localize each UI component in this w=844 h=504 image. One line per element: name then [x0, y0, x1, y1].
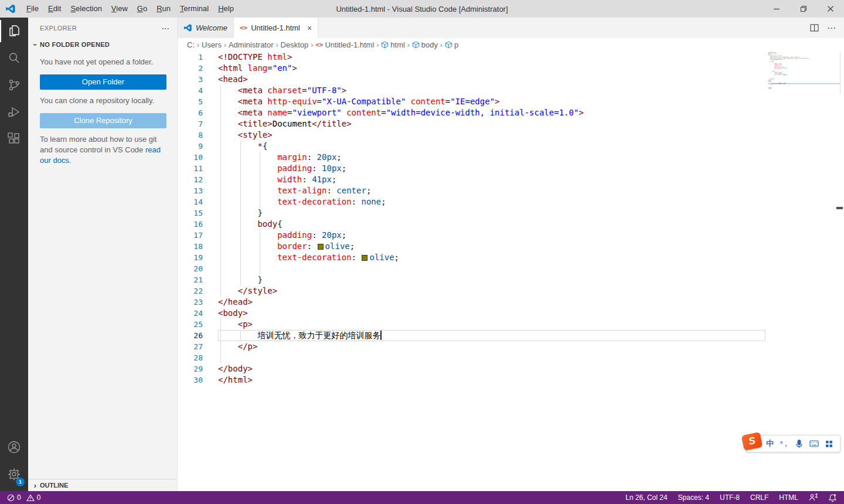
code-line[interactable]: 18 border: olive; [178, 241, 844, 252]
code-editor[interactable]: 1<!DOCTYPE html>2<html lang="en">3<head>… [178, 52, 844, 491]
code-line[interactable]: 30</html> [178, 374, 844, 386]
menu-item-go[interactable]: Go [132, 0, 152, 18]
code-line[interactable]: 28 [178, 352, 844, 363]
more-actions-icon[interactable]: ⋯ [827, 23, 836, 33]
code-line[interactable]: 20 [178, 263, 844, 274]
code-token [218, 164, 277, 173]
code-line[interactable]: 19 text-decoration: olive; [178, 252, 844, 263]
code-line[interactable]: 23</head> [178, 297, 844, 308]
warning-icon [26, 494, 35, 502]
section-no-folder-opened[interactable]: › NO FOLDER OPENED [28, 38, 177, 51]
menu-item-run[interactable]: Run [152, 0, 175, 18]
sidebar-item-source-control[interactable] [0, 71, 28, 98]
code-line[interactable]: 11 padding: 10px; [178, 163, 844, 174]
code-line[interactable]: 27 </p> [178, 341, 844, 352]
menu-item-file[interactable]: File [22, 0, 43, 18]
status-eol[interactable]: CRLF [745, 491, 774, 504]
code-line[interactable]: 7 <title>Document</title> [178, 118, 844, 130]
breadcrumb-item-administrator[interactable]: Administrator [229, 40, 274, 49]
code-line[interactable]: 8 <style> [178, 130, 844, 141]
code-line[interactable]: 25 <p> [178, 319, 844, 330]
feedback-button[interactable] [804, 491, 823, 504]
menu-item-selection[interactable]: Selection [66, 0, 106, 18]
code-token: </style> [238, 286, 277, 295]
status-language-mode[interactable]: HTML [774, 491, 804, 504]
breadcrumb-item-c-[interactable]: C: [187, 40, 195, 49]
code-line[interactable]: 2<html lang="en"> [178, 63, 844, 74]
line-number: 22 [178, 285, 203, 297]
menu-item-help[interactable]: Help [213, 0, 239, 18]
extensions-icon [6, 131, 22, 147]
code-token: <p> [238, 319, 253, 329]
status-cursor-position[interactable]: Ln 26, Col 24 [620, 491, 672, 504]
breadcrumb-item-body[interactable]: body [412, 40, 438, 49]
code-line[interactable]: 5 <meta http-equiv="X-UA-Compatible" con… [178, 96, 844, 107]
notifications-button[interactable] [823, 491, 844, 504]
code-token: ; [332, 175, 336, 184]
code-line[interactable]: 22 </style> [178, 285, 844, 297]
status-indentation[interactable]: Spaces: 4 [673, 491, 714, 504]
sidebar-item-run-and-debug[interactable] [0, 98, 28, 125]
ime-punctuation-button[interactable]: °， [780, 440, 789, 448]
sidebar-item-extensions[interactable] [0, 125, 28, 152]
views-and-more-actions-button[interactable]: ⋯ [162, 23, 170, 33]
tab-welcome[interactable]: Welcome [178, 18, 234, 38]
sogou-logo-icon[interactable]: S [741, 432, 763, 451]
open-folder-button[interactable]: Open Folder [40, 74, 166, 90]
code-token: </html> [218, 375, 253, 384]
sidebar-panel-title: EXPLORER [40, 25, 77, 32]
status-encoding[interactable]: UTF-8 [714, 491, 745, 504]
breadcrumb-item-untitled-1-html[interactable]: <>Untitled-1.html [315, 40, 374, 49]
close-icon[interactable] [817, 0, 844, 18]
code-token: 20px [317, 152, 337, 162]
code-token: ; [366, 186, 371, 195]
breadcrumb-item-p[interactable]: p [445, 40, 458, 49]
code-line[interactable]: 29</body> [178, 363, 844, 374]
code-line[interactable]: 16 body{ [178, 219, 844, 230]
ime-toolbox-button[interactable] [825, 440, 833, 448]
breadcrumb-item-html[interactable]: html [381, 40, 405, 49]
restore-icon[interactable] [790, 0, 817, 18]
menu-item-terminal[interactable]: Terminal [175, 0, 213, 18]
indent-guide [220, 107, 221, 118]
sidebar-item-search[interactable] [0, 45, 28, 71]
code-line[interactable]: 3<head> [178, 74, 844, 85]
code-line[interactable]: 21 } [178, 274, 844, 285]
minimap[interactable]: <!DOCTYPE html><html lang="en"><head> <m… [768, 52, 840, 94]
ime-voice-button[interactable] [795, 440, 803, 448]
run-debug-icon [6, 104, 22, 120]
accounts-button[interactable] [0, 434, 28, 461]
breadcrumb-item-desktop[interactable]: Desktop [281, 40, 309, 49]
code-line[interactable]: 14 text-decoration: none; [178, 196, 844, 207]
split-editor-icon[interactable] [810, 24, 819, 32]
tab-untitled-1-html[interactable]: <>Untitled-1.html× [234, 18, 318, 38]
clone-repository-button[interactable]: Clone Repository [40, 113, 166, 128]
code-line[interactable]: 13 text-align: center; [178, 185, 844, 196]
code-line[interactable]: 10 margin: 20px; [178, 152, 844, 163]
close-tab-icon[interactable]: × [307, 23, 312, 33]
code-line[interactable]: 4 <meta charset="UTF-8"> [178, 85, 844, 96]
menu-item-edit[interactable]: Edit [43, 0, 66, 18]
code-token: = [302, 86, 307, 95]
ime-keyboard-button[interactable] [809, 440, 819, 447]
code-line[interactable]: 1<!DOCTYPE html> [178, 52, 844, 63]
breadcrumb-item-users[interactable]: Users [202, 40, 222, 49]
ime-language-mode-button[interactable]: 中 [766, 438, 774, 449]
code-line[interactable]: 26 培训无忧，致力于更好的培训服务 [178, 330, 844, 341]
code-line[interactable]: 15 } [178, 207, 844, 219]
code-line[interactable]: 24<body> [178, 308, 844, 319]
menu-bar: FileEditSelectionViewGoRunTerminalHelp [22, 0, 239, 18]
sidebar-item-explorer[interactable] [0, 18, 28, 45]
code-line[interactable]: 12 width: 41px; [178, 174, 844, 185]
code-line[interactable]: 6 <meta name="viewport" content="width=d… [178, 107, 844, 118]
code-token: : [312, 164, 322, 173]
menu-item-view[interactable]: View [107, 0, 132, 18]
settings-button[interactable]: 1 [0, 461, 28, 488]
code-line[interactable]: 9 *{ [178, 141, 844, 152]
minimize-icon[interactable] [763, 0, 790, 18]
code-line[interactable]: 17 padding: 20px; [178, 230, 844, 241]
code-token [218, 152, 277, 162]
code-token: : [307, 241, 317, 251]
problems-indicator[interactable]: 0 0 [0, 491, 44, 504]
outline-section-header[interactable]: › OUTLINE [28, 479, 177, 491]
